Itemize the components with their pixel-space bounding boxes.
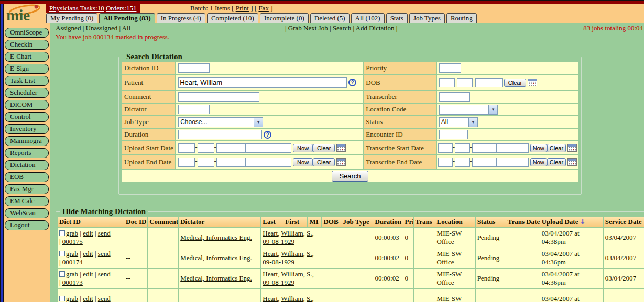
dictator-link[interactable]: Medical, Informatics Eng.: [180, 254, 252, 262]
upload-end-day[interactable]: [198, 158, 214, 167]
dictator-link[interactable]: Medical, Informatics Eng.: [180, 274, 252, 282]
transcribe-end-year[interactable]: [472, 158, 496, 167]
column-header-dob[interactable]: DOB: [322, 217, 341, 227]
orders-link[interactable]: Orders:151: [106, 4, 137, 12]
edit-link[interactable]: edit: [83, 229, 93, 237]
action-search[interactable]: Search: [333, 24, 351, 32]
dob-day-input[interactable]: [457, 78, 473, 87]
transcribe-start-day[interactable]: [455, 143, 470, 153]
filter-assigned[interactable]: Assigned: [56, 24, 81, 32]
dict-id-link[interactable]: 000174: [62, 258, 83, 266]
tab-all-pending-83[interactable]: All Pending (83): [99, 13, 155, 23]
sidebar-item-control[interactable]: Control: [5, 112, 49, 122]
column-header-last[interactable]: Last: [261, 217, 283, 227]
sidebar-item-em-calc[interactable]: EM Calc: [5, 196, 49, 206]
hide-link[interactable]: Hide: [62, 207, 79, 216]
dob-year-input[interactable]: [475, 78, 503, 87]
patient-dob-link[interactable]: 09-08-1929: [263, 238, 294, 245]
transcribe-end-calendar-icon[interactable]: [567, 158, 577, 166]
patient-mi-link[interactable]: S.: [307, 295, 312, 302]
patient-input[interactable]: [178, 77, 347, 88]
column-header-dictator[interactable]: Dictator: [179, 217, 260, 227]
grab-link[interactable]: grab: [66, 295, 78, 302]
column-header-first[interactable]: First: [283, 217, 307, 227]
transcribe-start-clear-button[interactable]: Clear: [547, 144, 566, 152]
tab-my-pending-0[interactable]: My Pending (0): [46, 13, 97, 23]
column-header-dict-id[interactable]: Dict ID: [58, 217, 124, 227]
patient-first-link[interactable]: William: [281, 270, 303, 278]
upload-end-year[interactable]: [216, 158, 245, 167]
send-link[interactable]: send: [98, 295, 111, 302]
tab-all-102[interactable]: All (102): [351, 13, 385, 23]
patient-dob-link[interactable]: 09-08-1929: [263, 278, 294, 286]
sidebar-item-fax-mgr[interactable]: Fax Mgr: [5, 184, 49, 194]
upload-end-time[interactable]: [245, 158, 291, 167]
patient-mi-link[interactable]: S.: [307, 270, 312, 278]
dob-clear-button[interactable]: Clear: [504, 79, 526, 87]
transcribe-end-now-button[interactable]: Now: [530, 158, 547, 166]
column-header-duration[interactable]: Duration: [373, 217, 402, 227]
upload-end-clear-button[interactable]: Clear: [313, 158, 335, 166]
transcribe-end-day[interactable]: [455, 158, 470, 167]
column-header-status[interactable]: Status: [476, 217, 506, 227]
transcribe-start-calendar-icon[interactable]: [567, 144, 577, 152]
column-header-comment[interactable]: Comment: [148, 217, 178, 227]
transcribe-end-time[interactable]: [496, 158, 529, 167]
action-grab-next-job[interactable]: Grab Next Job: [288, 24, 328, 32]
edit-link[interactable]: edit: [83, 270, 93, 278]
patient-first-link[interactable]: William: [281, 295, 303, 302]
sidebar-item-dictation[interactable]: Dictation: [5, 160, 49, 170]
patient-last-link[interactable]: Heart: [263, 270, 278, 278]
edit-link[interactable]: edit: [83, 295, 93, 302]
grab-link[interactable]: grab: [66, 229, 78, 237]
tab-in-progress-4[interactable]: In Progress (4): [157, 13, 205, 23]
column-header-job-type[interactable]: Job Type: [341, 217, 373, 227]
tab-completed-10[interactable]: Completed (10): [207, 13, 258, 23]
column-header-trans-date[interactable]: Trans Date: [506, 217, 540, 227]
dictator-link[interactable]: Medical, Informatics Eng.: [180, 233, 252, 241]
transcribe-start-time[interactable]: [496, 143, 529, 153]
sidebar-item-e-chart[interactable]: E-Chart: [5, 52, 49, 62]
dict-id-link[interactable]: 000173: [62, 278, 83, 286]
edit-link[interactable]: edit: [83, 250, 93, 258]
sidebar-item-omniscope[interactable]: OmniScope: [5, 28, 49, 38]
transcribe-end-clear-button[interactable]: Clear: [547, 158, 566, 166]
upload-start-clear-button[interactable]: Clear: [313, 144, 335, 152]
tab-routing[interactable]: Routing: [446, 13, 477, 23]
tab-incomplete-0[interactable]: Incomplete (0): [260, 13, 309, 23]
dob-month-input[interactable]: [439, 78, 455, 87]
status-select[interactable]: All▼: [439, 117, 478, 127]
upload-start-year[interactable]: [216, 143, 245, 153]
transcribe-end-month[interactable]: [438, 158, 453, 167]
transcribe-start-now-button[interactable]: Now: [530, 144, 547, 152]
search-button[interactable]: Search: [332, 171, 368, 182]
upload-start-day[interactable]: [198, 143, 214, 153]
upload-end-calendar-icon[interactable]: [336, 158, 346, 166]
transcribe-start-year[interactable]: [472, 143, 496, 153]
patient-last-link[interactable]: Heart: [263, 229, 278, 237]
upload-start-month[interactable]: [178, 143, 195, 153]
upload-end-now-button[interactable]: Now: [293, 158, 313, 166]
sidebar-item-eob[interactable]: EOB: [5, 172, 49, 182]
grab-link[interactable]: grab: [66, 270, 78, 278]
patient-last-link[interactable]: Heart: [263, 250, 278, 258]
filter-all[interactable]: All: [122, 24, 131, 32]
dob-calendar-icon[interactable]: [528, 79, 537, 86]
duration-help-icon[interactable]: ?: [264, 131, 271, 139]
sidebar-item-dicom[interactable]: DICOM: [5, 100, 49, 110]
sidebar-item-webscan[interactable]: WebScan: [5, 208, 49, 218]
fax-link[interactable]: Fax: [258, 4, 269, 12]
sidebar-item-logout[interactable]: Logout: [5, 220, 49, 230]
patient-first-link[interactable]: William: [281, 250, 303, 258]
mie-logo[interactable]: mie: [5, 4, 47, 23]
column-header-upload-date[interactable]: Upload Date ↓: [540, 217, 603, 227]
job-type-select[interactable]: Choose...▼: [178, 117, 263, 127]
patient-help-icon[interactable]: ?: [348, 79, 356, 86]
sidebar-item-checkin[interactable]: Checkin: [5, 40, 49, 50]
grab-link[interactable]: grab: [66, 250, 78, 258]
column-header-pri[interactable]: Pri: [403, 217, 413, 227]
dictation-id-input[interactable]: [178, 63, 210, 73]
sidebar-item-inventory[interactable]: Inventory: [5, 124, 49, 134]
column-header-doc-id[interactable]: Doc ID: [124, 217, 147, 227]
patient-mi-link[interactable]: S.: [307, 250, 312, 258]
